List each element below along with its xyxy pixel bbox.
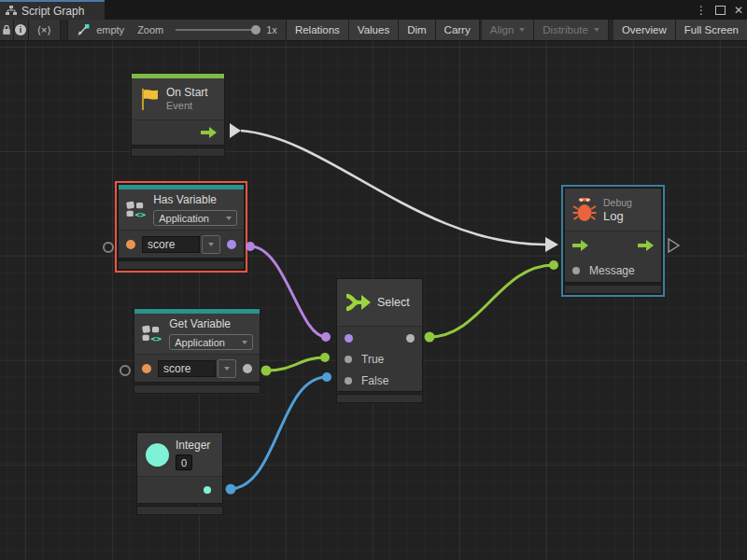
variables-icon: <> xyxy=(141,322,162,345)
relations-button[interactable]: Relations xyxy=(287,20,349,40)
chevron-down-icon xyxy=(226,217,232,220)
values-button[interactable]: Values xyxy=(349,20,399,40)
integer-output-port[interactable] xyxy=(204,486,211,494)
node-subtitle: Event xyxy=(166,100,208,112)
carry-button[interactable]: Carry xyxy=(436,20,480,40)
tab-script-graph[interactable]: Script Graph xyxy=(0,0,105,20)
node-has-variable[interactable]: <> Has Variable Application score xyxy=(115,181,247,273)
distribute-button[interactable]: Distribute xyxy=(534,20,609,40)
zoom-slider[interactable] xyxy=(176,29,260,31)
toolbar-middle: empty Zoom 1x xyxy=(68,20,287,40)
tab-title: Script Graph xyxy=(21,5,84,18)
code-view-button[interactable]: ⟨×⟩ xyxy=(29,20,61,40)
dim-button[interactable]: Dim xyxy=(399,20,435,40)
code-icon: ⟨×⟩ xyxy=(37,24,51,36)
false-port-label: False xyxy=(361,374,388,387)
node-title: Log xyxy=(603,209,632,223)
variables-icon: <> xyxy=(125,198,147,221)
condition-input-port[interactable] xyxy=(345,334,353,343)
full-screen-button[interactable]: Full Screen xyxy=(676,20,747,40)
message-port-label: Message xyxy=(589,264,635,277)
menu-icon[interactable]: ⋮ xyxy=(696,5,707,16)
node-title: Get Variable xyxy=(169,317,253,331)
integer-icon xyxy=(146,443,169,467)
variable-name-field[interactable]: score xyxy=(142,236,200,253)
node-debug-log[interactable]: Debug Log Message xyxy=(561,185,665,297)
unconnected-port-indicator[interactable] xyxy=(103,242,114,253)
node-footer xyxy=(336,394,423,403)
flag-icon xyxy=(139,88,160,111)
object-input-port[interactable] xyxy=(126,240,135,249)
chevron-down-icon xyxy=(594,28,599,32)
zoom-value: 1x xyxy=(266,24,277,35)
object-input-port[interactable] xyxy=(142,364,151,373)
selection-output-port[interactable] xyxy=(406,334,415,343)
graph-toolbar: i ⟨×⟩ empty Zoom 1x Relations Values Dim… xyxy=(0,20,747,41)
true-input-port[interactable] xyxy=(345,356,352,363)
selection-status: empty xyxy=(96,24,124,35)
graph-icon xyxy=(6,6,17,16)
info-button[interactable]: i xyxy=(14,20,29,40)
info-icon: i xyxy=(15,24,26,35)
chevron-down-icon xyxy=(224,367,230,371)
lock-icon xyxy=(2,24,11,35)
window-controls: ⋮ ✕ xyxy=(696,0,743,20)
node-title: On Start xyxy=(166,86,208,100)
message-input-port[interactable] xyxy=(572,267,580,274)
overview-button[interactable]: Overview xyxy=(613,20,676,40)
true-port-label: True xyxy=(361,353,384,366)
control-output-port[interactable] xyxy=(638,240,654,251)
chevron-down-icon xyxy=(519,28,525,32)
variable-name-dropdown-button[interactable] xyxy=(202,235,220,254)
node-footer xyxy=(134,385,261,394)
variable-name-dropdown-button[interactable] xyxy=(218,359,236,378)
variable-name-field[interactable]: score xyxy=(158,360,216,377)
node-footer xyxy=(118,260,245,270)
integer-value-field[interactable]: 0 xyxy=(176,455,192,470)
maximize-icon[interactable] xyxy=(715,6,726,15)
node-get-variable[interactable]: <> Get Variable Application score xyxy=(134,308,261,394)
bool-output-port[interactable] xyxy=(227,240,236,249)
node-select[interactable]: Select True False xyxy=(336,278,423,403)
false-input-port[interactable] xyxy=(345,377,352,385)
unconnected-port-indicator[interactable] xyxy=(120,365,131,376)
node-on-start[interactable]: On Start Event xyxy=(131,73,225,157)
control-input-port[interactable] xyxy=(572,240,588,251)
chevron-down-icon xyxy=(208,243,214,246)
toolbar-buttons: Relations Values Dim Carry Align Distrib… xyxy=(287,20,747,40)
selection-pointer-icon xyxy=(77,24,90,36)
align-button[interactable]: Align xyxy=(482,20,535,40)
variable-scope-dropdown[interactable]: Application xyxy=(153,210,237,226)
zoom-label: Zoom xyxy=(137,24,163,35)
value-output-port[interactable] xyxy=(243,364,252,373)
node-title: Select xyxy=(377,296,410,310)
lock-button[interactable] xyxy=(0,20,14,40)
select-icon xyxy=(345,291,371,314)
node-footer xyxy=(131,147,225,157)
script-graph-window: Script Graph ⋮ ✕ i ⟨×⟩ em xyxy=(0,0,747,560)
node-category: Debug xyxy=(603,197,632,209)
svg-text:<>: <> xyxy=(134,209,146,219)
close-icon[interactable]: ✕ xyxy=(734,5,743,16)
toolbar-spacer xyxy=(61,20,68,40)
chevron-down-icon xyxy=(242,341,247,344)
zoom-slider-handle[interactable] xyxy=(251,25,261,35)
svg-text:<>: <> xyxy=(150,333,162,343)
bug-icon xyxy=(572,198,597,222)
tab-bar: Script Graph ⋮ ✕ xyxy=(0,0,747,20)
node-footer xyxy=(564,285,662,294)
control-output-port[interactable] xyxy=(201,127,217,138)
node-title: Has Variable xyxy=(153,193,237,207)
node-footer xyxy=(136,506,223,515)
node-integer[interactable]: Integer 0 xyxy=(136,432,223,515)
variable-scope-dropdown[interactable]: Application xyxy=(169,334,253,350)
node-title: Integer xyxy=(176,439,210,453)
